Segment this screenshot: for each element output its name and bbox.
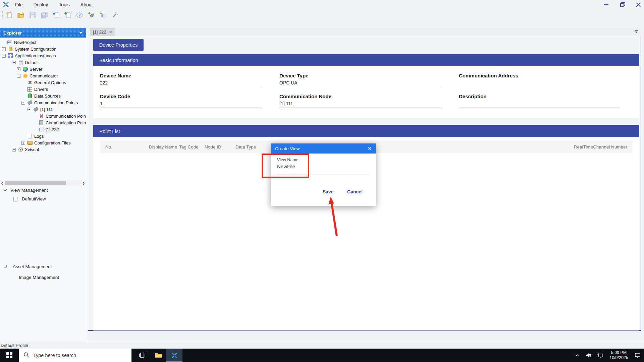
field-value[interactable]: OPC UA [279, 80, 440, 87]
add-point-icon[interactable] [99, 11, 107, 19]
cancel-button[interactable]: Cancel [345, 189, 364, 194]
drivers-icon [27, 87, 33, 92]
tab-close-icon[interactable]: ✕ [109, 30, 112, 34]
tree-expander[interactable]: + [17, 67, 20, 71]
tree-expander[interactable]: + [12, 148, 16, 152]
add-device-icon[interactable] [87, 11, 96, 19]
taskbar-search[interactable]: Type here to search [19, 349, 131, 362]
tree-item[interactable]: Drivers [0, 86, 86, 93]
tree-expander[interactable]: − [21, 101, 25, 105]
open-project-icon[interactable] [16, 11, 25, 19]
column-header[interactable]: RealTime [574, 144, 593, 149]
tree-item[interactable]: − Communicator [0, 72, 86, 79]
tree-item-label: Data Sources [34, 94, 61, 99]
scroll-left-icon[interactable]: ❮ [0, 181, 5, 185]
scroll-right-icon[interactable]: ❯ [81, 181, 86, 185]
hidden-icons-chevron[interactable] [573, 354, 582, 357]
save-button[interactable]: Save [321, 189, 335, 194]
tree-item[interactable]: Data Sources [0, 93, 86, 99]
horizontal-scrollbar[interactable]: ❮ ❯ [0, 180, 86, 186]
field-label: Communication Address [459, 73, 620, 78]
tree-item[interactable]: − Communication Points [0, 99, 86, 106]
minimize-icon[interactable] [600, 1, 612, 8]
taskbar-clock[interactable]: 5:00 PM 10/9/2025 [607, 350, 631, 360]
speaker-icon[interactable] [584, 353, 593, 358]
tree-item-label: Communication Poin [46, 120, 86, 125]
view-item-defaultview[interactable]: DefaultView [13, 196, 46, 201]
view-management-section[interactable]: View Management [3, 188, 48, 193]
collapsed-corner-icon[interactable] [4, 265, 7, 269]
search-placeholder: Type here to search [33, 353, 76, 358]
tab-1-222[interactable]: [1] 222 ✕ [90, 28, 115, 36]
tree-expander[interactable]: − [17, 74, 20, 78]
dialog-title-bar[interactable]: Create View ✕ [271, 143, 376, 154]
column-header[interactable]: Tag Code [179, 144, 205, 149]
file-explorer-icon[interactable] [150, 349, 166, 362]
scrollbar-thumb[interactable] [5, 181, 66, 185]
device-properties-button[interactable]: Device Properties [93, 39, 144, 51]
field-value[interactable]: [1] 111 [279, 101, 440, 108]
column-header[interactable]: Display Name [149, 144, 179, 149]
new-file-icon[interactable] [5, 11, 13, 19]
tree-item-label: Drivers [34, 87, 48, 92]
restore-icon[interactable] [617, 1, 629, 8]
task-view-icon[interactable] [134, 349, 150, 362]
menu-item[interactable]: File [15, 2, 23, 7]
tree-item[interactable]: General Options [0, 79, 86, 86]
tree-item[interactable]: − [1] 111 [0, 106, 86, 113]
field-value[interactable] [459, 101, 620, 108]
field-value[interactable]: 222 [100, 80, 261, 87]
tree-item[interactable]: − Application Instances [0, 52, 86, 59]
save-icon[interactable] [28, 11, 37, 19]
tab-overflow-icon[interactable] [634, 29, 639, 36]
tree-item[interactable]: − Default [0, 59, 86, 66]
export-icon[interactable] [63, 11, 72, 19]
tree-item[interactable]: + Server [0, 66, 86, 72]
start-button[interactable] [0, 349, 19, 362]
tree-expander[interactable]: + [21, 141, 25, 145]
tree-item-label: Application Instances [15, 53, 56, 58]
import-icon[interactable] [52, 11, 60, 19]
column-header[interactable]: Channel Number [593, 144, 627, 149]
tree-expander[interactable]: + [2, 47, 6, 51]
tree-expander[interactable]: − [28, 108, 31, 111]
system-tray: 5:00 PM 10/9/2025 [573, 349, 644, 362]
menu-item[interactable]: Deploy [34, 2, 48, 7]
tree-item[interactable]: Communication Poin [0, 113, 86, 119]
field-value[interactable] [459, 80, 620, 87]
tree-item[interactable]: Communication Poin [0, 119, 86, 126]
chevron-down-icon[interactable] [3, 188, 7, 192]
column-header[interactable]: No. [105, 144, 149, 149]
dialog-close-icon[interactable]: ✕ [367, 146, 372, 151]
network-icon[interactable] [596, 353, 604, 358]
tree-expander[interactable]: − [2, 54, 6, 58]
save-all-icon[interactable] [40, 11, 49, 19]
folder-icon [27, 140, 33, 145]
explorer-header[interactable]: Explorer [0, 28, 86, 38]
app-taskbar-icon[interactable] [166, 349, 182, 362]
app-logo-icon [2, 1, 9, 8]
action-center-icon[interactable] [633, 353, 642, 358]
tree-item[interactable]: Logs [0, 133, 86, 139]
column-header[interactable]: Node ID [205, 144, 235, 149]
image-management-item[interactable]: Image Management [19, 275, 59, 280]
menu-item[interactable]: Tools [59, 2, 70, 7]
grid-icon [8, 53, 13, 58]
tree-item[interactable]: + System Configuration [0, 46, 86, 52]
asset-management-section[interactable]: Asset Management [4, 264, 52, 269]
tree-item[interactable]: + Configuration Files [0, 139, 86, 146]
tree-item[interactable]: + Xvisual [0, 146, 86, 153]
tree-expander[interactable]: − [12, 61, 16, 64]
chevron-down-icon[interactable] [79, 32, 83, 34]
field-value[interactable]: 1 [100, 101, 261, 108]
help-icon[interactable]: ? [75, 11, 84, 19]
field-label: Device Code [100, 94, 261, 99]
tree-item[interactable]: NewProject [0, 39, 86, 46]
tree-item[interactable]: [1] 222 [0, 126, 86, 133]
settings-wand-icon[interactable] [110, 11, 119, 19]
tree-item-label: Communication Poin [46, 114, 86, 119]
view-icon [13, 197, 18, 201]
close-icon[interactable] [633, 1, 644, 8]
menu-item[interactable]: About [80, 2, 93, 7]
plug-icon [27, 100, 33, 105]
